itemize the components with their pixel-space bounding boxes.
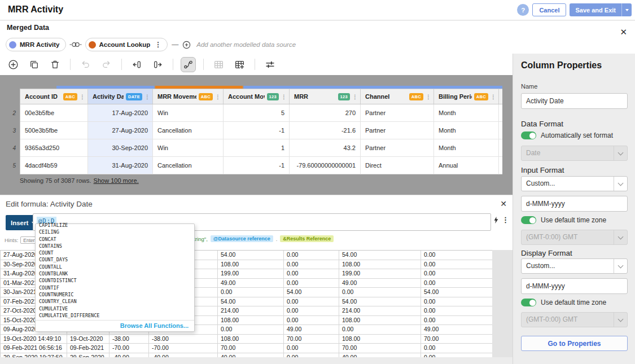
column-menu-icon[interactable]: ⋮ xyxy=(352,94,358,100)
column-label: Account ID xyxy=(25,93,61,100)
function-item[interactable]: CONCAT xyxy=(39,236,194,243)
column-menu-icon[interactable]: ⋮ xyxy=(144,94,150,100)
source-chip-account-lookup[interactable]: Account Lookup ⋮ xyxy=(85,38,168,51)
grid-cell[interactable]: Nu xyxy=(499,139,502,156)
column-header[interactable]: MRR123⋮ xyxy=(290,89,361,104)
function-item[interactable]: CUMULATIVE_DIFFERENCE xyxy=(39,312,194,319)
function-item[interactable]: COUNTRY_CLEAN xyxy=(39,298,194,305)
grid-cell[interactable]: Direct xyxy=(361,157,434,174)
input-format-select[interactable]: Custom... xyxy=(521,176,628,191)
column-header[interactable]: Account Movem...123⋮ xyxy=(224,89,290,104)
result-cell: 108.00 xyxy=(218,335,284,344)
function-item[interactable]: COUNTDISTINCT xyxy=(39,277,194,284)
grid-cell[interactable]: 17-Aug-2020 xyxy=(88,104,153,121)
name-input[interactable]: Activity Date xyxy=(521,93,628,109)
show-more-link[interactable]: Show 100 more. xyxy=(94,177,139,184)
table-add-icon[interactable] xyxy=(232,57,247,72)
settings-icon[interactable] xyxy=(262,57,278,72)
join-link-icon[interactable] xyxy=(69,41,82,48)
collapse-right-icon[interactable] xyxy=(150,57,165,72)
add-source-button[interactable] xyxy=(182,41,191,49)
function-item[interactable]: CEILING xyxy=(39,229,194,235)
grid-cell[interactable]: Nu xyxy=(499,122,502,139)
column-header[interactable]: Pr⋮ xyxy=(499,89,502,104)
grid-cell[interactable]: St xyxy=(499,104,502,121)
column-header[interactable]: Activity DateDATE⋮ xyxy=(88,89,153,104)
grid-cell[interactable]: 43.2 xyxy=(290,139,361,156)
column-header[interactable]: ChannelABC⋮ xyxy=(361,89,434,104)
collapse-left-icon[interactable] xyxy=(129,57,144,72)
grid-cell[interactable]: -1 xyxy=(224,122,290,139)
grid-cell[interactable]: Win xyxy=(153,104,224,121)
grid-cell[interactable]: 5 xyxy=(224,104,290,121)
function-item[interactable]: COUNT_DAYS xyxy=(39,256,194,263)
results-scrollbar-track[interactable] xyxy=(492,250,513,357)
delete-icon[interactable] xyxy=(47,57,63,72)
grid-cell[interactable]: Cancellation xyxy=(153,157,224,174)
column-menu-icon[interactable]: ⋮ xyxy=(215,94,221,100)
function-item[interactable]: COUNTALL xyxy=(39,264,194,270)
grid-cell[interactable]: Win xyxy=(153,139,224,156)
save-dropdown-arrow[interactable] xyxy=(622,9,632,11)
display-format-select[interactable]: Custom... xyxy=(521,258,628,274)
grid-cell[interactable]: Partner xyxy=(361,104,434,121)
grid-cell[interactable]: Month xyxy=(434,104,499,121)
save-and-exit-button[interactable]: Save and Exit xyxy=(570,3,632,16)
column-menu-icon[interactable]: ⋮ xyxy=(491,94,496,100)
source-chip-mrr-activity[interactable]: MRR Activity xyxy=(6,38,66,51)
close-icon[interactable]: ✕ xyxy=(620,27,627,37)
grid-cell[interactable]: -21.6 xyxy=(290,122,361,139)
auto-format-toggle[interactable] xyxy=(521,131,536,139)
grid-cell[interactable]: 270 xyxy=(290,104,361,121)
add-icon[interactable] xyxy=(6,57,21,72)
formula-close-icon[interactable]: ✕ xyxy=(500,199,507,208)
grid-cell[interactable]: Cancellation xyxy=(153,122,224,139)
grid-cell[interactable]: 31-Aug-2020 xyxy=(88,157,153,174)
formula-hints-legend: String", @Datasource reference . &Result… xyxy=(190,235,334,242)
function-item[interactable]: COUNTIF xyxy=(39,284,194,291)
column-label: MRR xyxy=(294,93,336,100)
duplicate-icon[interactable] xyxy=(27,57,42,72)
function-item[interactable]: CONTAINS xyxy=(39,243,194,249)
grid-cell[interactable]: -79.60000000000001 xyxy=(290,157,361,174)
column-menu-icon[interactable]: ⋮ xyxy=(281,94,287,100)
grid-cell[interactable]: -1 xyxy=(224,157,290,174)
help-icon[interactable]: ? xyxy=(517,4,529,16)
column-header[interactable]: Billing PeriodABC⋮ xyxy=(434,89,499,104)
function-item[interactable]: COUNT xyxy=(39,249,194,256)
column-header[interactable]: MRR MovementABC⋮ xyxy=(153,89,224,104)
chip-kebab-icon[interactable]: ⋮ xyxy=(155,41,161,49)
go-to-properties-button[interactable]: Go to Properties xyxy=(521,336,628,351)
grid-cell[interactable]: 4dacdf4b59 xyxy=(20,157,88,174)
grid-cell[interactable]: Month xyxy=(434,122,499,139)
grid-cell[interactable]: Partner xyxy=(361,139,434,156)
grid-cell[interactable]: Month xyxy=(434,139,499,156)
function-item[interactable]: COUNTNUMERIC xyxy=(39,291,194,298)
result-cell: 0.00 xyxy=(284,306,339,315)
grid-cell[interactable]: Nu xyxy=(499,157,502,174)
grid-cell[interactable]: 1 xyxy=(224,139,290,156)
result-cell: 54.00 xyxy=(218,297,284,306)
formula-kebab-icon[interactable]: ⋮ xyxy=(502,216,509,224)
input-format-pattern-input[interactable]: d-MMM-yyyy xyxy=(521,196,628,212)
run-formula-icon[interactable] xyxy=(493,216,500,226)
reorder-flow-icon[interactable] xyxy=(181,57,196,72)
function-item[interactable]: CAPITALIZE xyxy=(39,222,194,229)
grid-cell[interactable]: 27-Aug-2020 xyxy=(88,122,153,139)
input-timezone-toggle[interactable] xyxy=(521,216,536,224)
grid-cell[interactable]: 500e3b5fbe xyxy=(20,122,88,139)
column-menu-icon[interactable]: ⋮ xyxy=(426,94,431,100)
function-item[interactable]: CUMULATIVE xyxy=(39,305,194,312)
grid-cell[interactable]: 00e3b5fbe xyxy=(20,104,88,121)
function-item[interactable]: COUNTBLANK xyxy=(39,270,194,277)
grid-cell[interactable]: Annual xyxy=(434,157,499,174)
display-timezone-toggle[interactable] xyxy=(521,299,536,306)
grid-cell[interactable]: Partner xyxy=(361,122,434,139)
grid-cell[interactable]: 9365a3d250 xyxy=(20,139,88,156)
column-menu-icon[interactable]: ⋮ xyxy=(80,94,85,100)
grid-cell[interactable]: 30-Sep-2020 xyxy=(88,139,153,156)
display-format-pattern-input[interactable]: d-MMM-yyyy xyxy=(521,278,628,294)
cancel-button[interactable]: Cancel xyxy=(532,3,566,16)
column-header[interactable]: Account IDABC⋮ xyxy=(20,89,88,104)
browse-all-functions-link[interactable]: Browse All Functions... xyxy=(36,320,194,331)
